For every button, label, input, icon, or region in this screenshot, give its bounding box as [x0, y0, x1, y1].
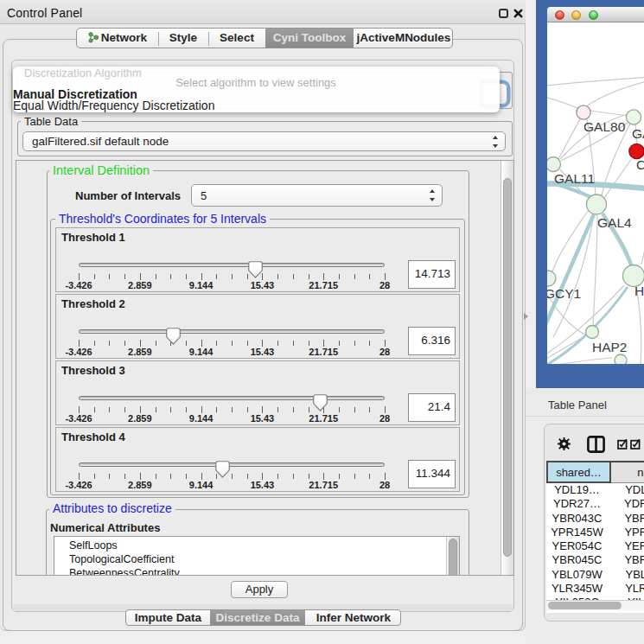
svg-text:H: H	[634, 284, 644, 298]
svg-text:HAP2: HAP2	[592, 340, 628, 354]
svg-text:GAL11: GAL11	[554, 171, 595, 186]
svg-text:GAL4: GAL4	[597, 215, 632, 230]
svg-text:GAL80: GAL80	[583, 119, 626, 134]
svg-text:C: C	[636, 157, 644, 172]
svg-text:GA: GA	[632, 126, 644, 141]
svg-text:GCY1: GCY1	[547, 286, 581, 301]
